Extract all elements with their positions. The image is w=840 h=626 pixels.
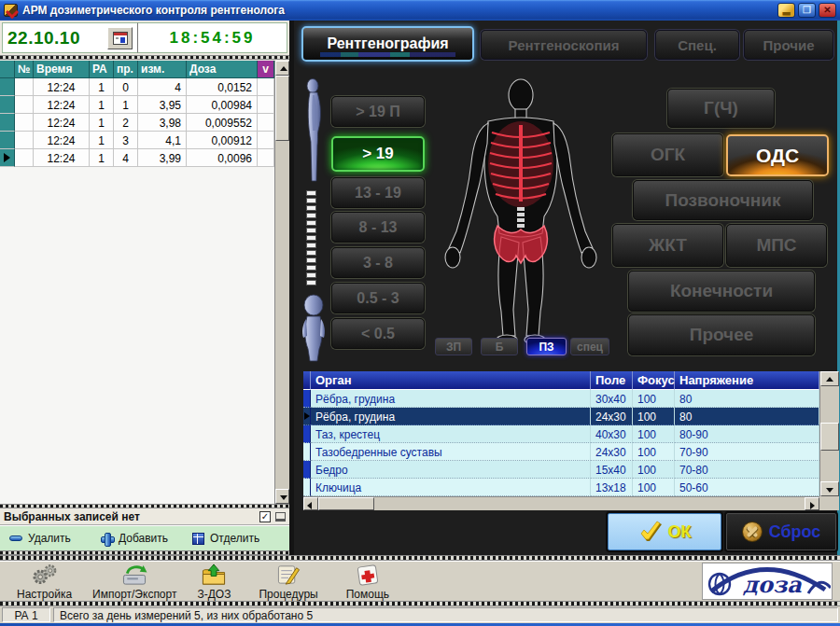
cell-izm: 4,1 — [138, 132, 187, 149]
calendar-button[interactable] — [107, 27, 133, 49]
organ-row[interactable]: Тазобедренные суставы 24x30 100 70-90 — [303, 443, 839, 461]
col-header-organ[interactable]: Орган — [311, 371, 591, 390]
col-header-focus[interactable]: Фокус — [633, 371, 675, 390]
col-header-time[interactable]: Время — [34, 61, 90, 78]
separate-record-button[interactable]: Отделить — [192, 532, 274, 545]
table-row-current[interactable]: 12:24 1 4 3,99 0,0096 — [0, 149, 274, 167]
tab-radiography[interactable]: Рентгенография — [301, 26, 474, 62]
maximize-button[interactable]: ❐ — [798, 3, 816, 18]
organ-row[interactable]: Бедро 15x40 100 70-80 — [303, 461, 839, 479]
scroll-left-button[interactable] — [303, 497, 318, 510]
age-button-13-19[interactable]: 13 - 19 — [331, 177, 425, 208]
tab-fluoroscopy[interactable]: Рентгеноскопия — [481, 30, 647, 60]
col-header-v[interactable]: v — [258, 61, 274, 78]
minimize-button[interactable]: ▂ — [777, 3, 795, 18]
scroll-up-button[interactable] — [820, 371, 839, 386]
ok-button[interactable]: ОК — [608, 513, 721, 550]
age-button-8-13[interactable]: 8 - 13 — [331, 212, 425, 243]
cell-field: 24x30 — [591, 408, 633, 425]
age-button-over19p[interactable]: > 19 П — [331, 96, 425, 127]
col-header-num[interactable]: № — [15, 61, 34, 78]
cell-field: 15x40 — [591, 461, 633, 479]
table-row[interactable]: 12:24 1 3 4,1 0,00912 — [0, 132, 274, 149]
baby-figure — [299, 293, 329, 364]
age-button-05-3[interactable]: 0.5 - 3 — [331, 283, 425, 313]
col-header-ra[interactable]: РА — [90, 61, 114, 78]
table-row[interactable]: 12:24 1 1 3,95 0,00984 — [0, 96, 274, 114]
body-part-button-spine[interactable]: Позвоночник — [633, 180, 813, 220]
cell-organ: Тазобедренные суставы — [311, 443, 591, 461]
body-part-button-other[interactable]: Прочее — [628, 314, 815, 355]
col-header-voltage[interactable]: Напряжение — [675, 371, 819, 390]
organ-table-hscrollbar[interactable] — [303, 496, 819, 510]
age-button-under05[interactable]: < 0.5 — [331, 318, 425, 349]
cell-organ: Рёбра, грудина — [311, 390, 591, 408]
help-button[interactable]: Помощь — [346, 563, 389, 601]
checkbox-icon[interactable]: ✓ — [259, 511, 271, 522]
body-part-button-mps[interactable]: МПС — [726, 224, 827, 267]
body-part-button-head[interactable]: Г(Ч) — [667, 89, 775, 128]
col-header-izm[interactable]: изм. — [138, 61, 187, 78]
scroll-down-button[interactable] — [820, 481, 839, 496]
cell-voltage: 80 — [675, 408, 819, 425]
cell-izm: 3,98 — [138, 114, 187, 132]
datetime-row: 22.10.10 18:54:59 — [2, 22, 287, 53]
cell-izm: 3,95 — [138, 96, 187, 114]
age-button-over19-selected[interactable]: > 19 — [331, 136, 425, 172]
import-export-button[interactable]: Импорт/Экспорт — [92, 563, 176, 601]
scroll-up-button[interactable] — [275, 61, 289, 76]
add-record-button[interactable]: Добавить — [101, 532, 183, 545]
cell-voltage: 80 — [675, 390, 819, 408]
col-header-pr[interactable]: пр. — [114, 61, 138, 78]
scroll-right-button[interactable] — [805, 497, 819, 510]
projection-tab-spec[interactable]: спец — [570, 338, 609, 355]
organ-table-vscrollbar[interactable] — [819, 371, 839, 496]
3doz-button[interactable]: З-ДОЗ — [197, 563, 231, 601]
projection-tab-b[interactable]: Б — [481, 338, 518, 355]
procedures-button[interactable]: Процедуры — [259, 563, 317, 601]
age-label: 13 - 19 — [355, 185, 401, 202]
body-part-button-ods-selected[interactable]: ОДС — [726, 134, 829, 176]
tab-special[interactable]: Спец. — [655, 30, 739, 60]
close-button[interactable]: ✕ — [819, 3, 836, 18]
body-part-button-limbs[interactable]: Конечности — [628, 271, 815, 312]
scroll-thumb[interactable] — [275, 76, 289, 141]
body-part-button-gkt[interactable]: ЖКТ — [612, 224, 723, 267]
scroll-thumb[interactable] — [318, 497, 374, 510]
cell-num — [15, 78, 34, 96]
reset-button[interactable]: Сброс — [726, 513, 836, 550]
tab-other[interactable]: Прочие — [744, 30, 833, 60]
scroll-down-button[interactable] — [275, 489, 289, 504]
scroll-thumb[interactable] — [820, 423, 839, 451]
date-field[interactable]: 22.10.10 — [2, 22, 138, 53]
table-row[interactable]: 12:24 1 0 4 0,0152 — [0, 78, 274, 96]
cell-izm: 4 — [138, 78, 187, 96]
cell-focus: 100 — [633, 461, 675, 479]
col-header-dose[interactable]: Доза — [187, 61, 258, 78]
projection-tab-zp[interactable]: ЗП — [435, 338, 472, 355]
xray-body-figure[interactable] — [430, 75, 611, 349]
age-button-3-8[interactable]: 3 - 8 — [331, 247, 425, 278]
reset-label: Сброс — [769, 522, 821, 542]
doza-logo-graphic: доза — [704, 563, 831, 599]
table-row[interactable]: 12:24 1 2 3,98 0,009552 — [0, 114, 274, 132]
body-part-button-ogk[interactable]: ОГК — [612, 133, 723, 176]
organ-selector-header — [303, 371, 311, 390]
delete-record-button[interactable]: Удалить — [9, 532, 91, 545]
measurements-scrollbar[interactable] — [274, 61, 289, 504]
cell-voltage: 70-80 — [675, 461, 819, 479]
organ-row[interactable]: Таз, крестец 40x30 100 80-90 — [303, 425, 839, 443]
organ-row[interactable]: Ключица 13x18 100 50-60 — [303, 479, 839, 496]
projection-tab-pz-selected[interactable]: ПЗ — [526, 338, 567, 355]
organ-row-selected[interactable]: Рёбра, грудина 24x30 100 80 — [303, 408, 839, 425]
col-header-field[interactable]: Поле — [591, 371, 633, 390]
cell-voltage: 50-60 — [675, 479, 819, 496]
cell-v — [258, 149, 274, 167]
cell-v — [258, 114, 274, 132]
body-part-label: ОГК — [651, 145, 685, 165]
organ-row[interactable]: Рёбра, грудина 30x40 100 80 — [303, 390, 839, 408]
organ-row-selector — [303, 425, 311, 443]
settings-button[interactable]: Настройка — [17, 563, 72, 601]
collapse-icon[interactable] — [275, 512, 286, 522]
selected-row-marker-icon — [304, 412, 310, 420]
